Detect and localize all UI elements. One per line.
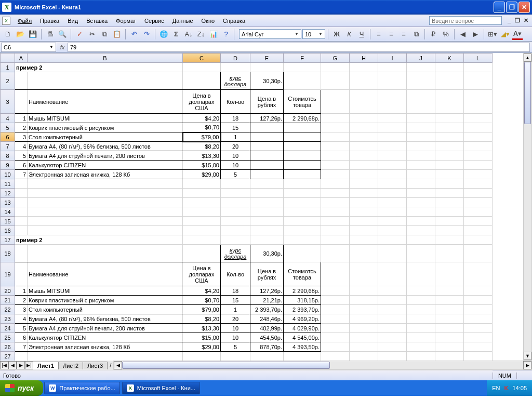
row-12[interactable]: 12: [1, 189, 15, 198]
cell[interactable]: 6: [15, 333, 28, 342]
cell[interactable]: 5: [221, 342, 250, 352]
chart-button[interactable]: 📊: [208, 29, 219, 40]
cell[interactable]: 4: [15, 314, 28, 324]
cell[interactable]: 10: [221, 151, 250, 161]
help-button[interactable]: ?: [220, 29, 232, 40]
tab-last[interactable]: ▶|: [25, 361, 33, 369]
cell[interactable]: 15: [221, 123, 250, 132]
scroll-right-button[interactable]: ▶: [523, 361, 531, 369]
menu-service[interactable]: Сервис: [140, 17, 168, 25]
row-15[interactable]: 15: [1, 217, 15, 226]
cell[interactable]: 10: [221, 161, 250, 170]
merge-button[interactable]: ⧉: [410, 29, 422, 40]
col-I[interactable]: I: [378, 54, 407, 63]
cell[interactable]: Мышь MITSUMI: [28, 286, 183, 296]
cell[interactable]: 21,21р.: [250, 296, 284, 305]
cell[interactable]: [284, 161, 321, 170]
font-color-button[interactable]: A▾: [512, 29, 523, 40]
cell[interactable]: 5: [15, 324, 28, 333]
print-preview-button[interactable]: 🔍: [57, 29, 68, 40]
font-combo[interactable]: Arial Cyr▼: [239, 29, 301, 39]
cell[interactable]: 2 393,70р.: [250, 305, 284, 314]
col-K[interactable]: K: [435, 54, 464, 63]
cell[interactable]: $79,00: [183, 305, 221, 314]
copy-button[interactable]: ⧉: [99, 29, 110, 40]
cell[interactable]: Электронная записная книжка, 128 Кб: [28, 342, 183, 352]
cell[interactable]: [284, 151, 321, 161]
row-8[interactable]: 8: [1, 151, 15, 161]
row-7[interactable]: 7: [1, 142, 15, 151]
cell[interactable]: 4 969,20р.: [284, 314, 321, 324]
cell[interactable]: Кол-во: [221, 262, 250, 286]
cell[interactable]: [284, 142, 321, 151]
close-button[interactable]: ✕: [518, 2, 530, 13]
row-4[interactable]: 4: [1, 114, 15, 123]
cell[interactable]: [284, 170, 321, 179]
align-left-button[interactable]: ≡: [373, 29, 384, 40]
cell[interactable]: [250, 123, 284, 132]
col-F[interactable]: F: [284, 54, 321, 63]
help-question-input[interactable]: [429, 16, 502, 25]
cell[interactable]: Бумага А4, (80 г/м²), 96% белизна, 500 л…: [28, 142, 183, 151]
mdi-close[interactable]: ✕: [522, 17, 530, 24]
cell[interactable]: 4 545,00р.: [284, 333, 321, 342]
cell[interactable]: [250, 132, 284, 142]
row-20[interactable]: 20: [1, 286, 15, 296]
cell[interactable]: 127,26р.: [250, 286, 284, 296]
scroll-up-button[interactable]: ▲: [524, 54, 531, 62]
system-tray[interactable]: EN K 14:05: [487, 380, 532, 396]
cell[interactable]: 1: [15, 114, 28, 123]
cell[interactable]: 2 393,70р.: [284, 305, 321, 314]
cell[interactable]: 2: [15, 123, 28, 132]
cell[interactable]: Калькулятор CITIZEN: [28, 161, 183, 170]
row-11[interactable]: 11: [1, 179, 15, 189]
cell[interactable]: Цена в долларах США: [183, 90, 221, 114]
cell[interactable]: $13,30: [183, 151, 221, 161]
maximize-button[interactable]: ❐: [506, 2, 517, 13]
cell[interactable]: 15: [221, 296, 250, 305]
open-button[interactable]: 📂: [15, 29, 26, 40]
row-5[interactable]: 5: [1, 123, 15, 132]
cell[interactable]: Электронная записная книжка, 128 Кб: [28, 170, 183, 179]
hscroll-thumb[interactable]: [122, 362, 330, 369]
row-16[interactable]: 16: [1, 226, 15, 235]
cell[interactable]: Коврик пластиковый с рисунком: [28, 296, 183, 305]
row-24[interactable]: 24: [1, 324, 15, 333]
cell[interactable]: 2 290,68р.: [284, 286, 321, 296]
fx-icon[interactable]: fx: [57, 44, 68, 50]
indent-dec-button[interactable]: ◀: [457, 29, 469, 40]
scroll-thumb[interactable]: [524, 62, 531, 124]
cell[interactable]: 127,26р.: [250, 114, 284, 123]
hyperlink-button[interactable]: 🌐: [158, 29, 169, 40]
row-2[interactable]: 2: [1, 72, 15, 90]
bold-button[interactable]: Ж: [331, 29, 342, 40]
cell[interactable]: 30,30р.: [250, 72, 284, 90]
col-H[interactable]: H: [350, 54, 378, 63]
cell[interactable]: 3: [15, 132, 28, 142]
cell[interactable]: [183, 245, 221, 262]
col-D[interactable]: D: [221, 54, 250, 63]
row-3[interactable]: 3: [1, 90, 15, 114]
cell[interactable]: 20: [221, 142, 250, 151]
cell[interactable]: [183, 72, 221, 90]
cell[interactable]: $13,30: [183, 324, 221, 333]
cell[interactable]: 10: [221, 333, 250, 342]
col-J[interactable]: J: [407, 54, 435, 63]
cell[interactable]: 7: [15, 170, 28, 179]
cell[interactable]: Стол компьютерный: [28, 132, 183, 142]
cell[interactable]: $29,00: [183, 170, 221, 179]
cell[interactable]: Стоимотсь товара: [284, 90, 321, 114]
row-22[interactable]: 22: [1, 305, 15, 314]
cell[interactable]: [284, 132, 321, 142]
cell[interactable]: $15,00: [183, 333, 221, 342]
row-26[interactable]: 26: [1, 342, 15, 352]
mdi-minimize[interactable]: _: [505, 17, 513, 24]
col-C[interactable]: C: [183, 54, 221, 63]
cell[interactable]: 20: [221, 314, 250, 324]
cell[interactable]: Калькулятор CITIZEN: [28, 333, 183, 342]
menu-view[interactable]: Вид: [63, 17, 82, 25]
col-L[interactable]: L: [464, 54, 493, 63]
cell[interactable]: [15, 72, 28, 90]
cell[interactable]: 4 029,90р.: [284, 324, 321, 333]
menu-help[interactable]: Справка: [219, 17, 249, 25]
